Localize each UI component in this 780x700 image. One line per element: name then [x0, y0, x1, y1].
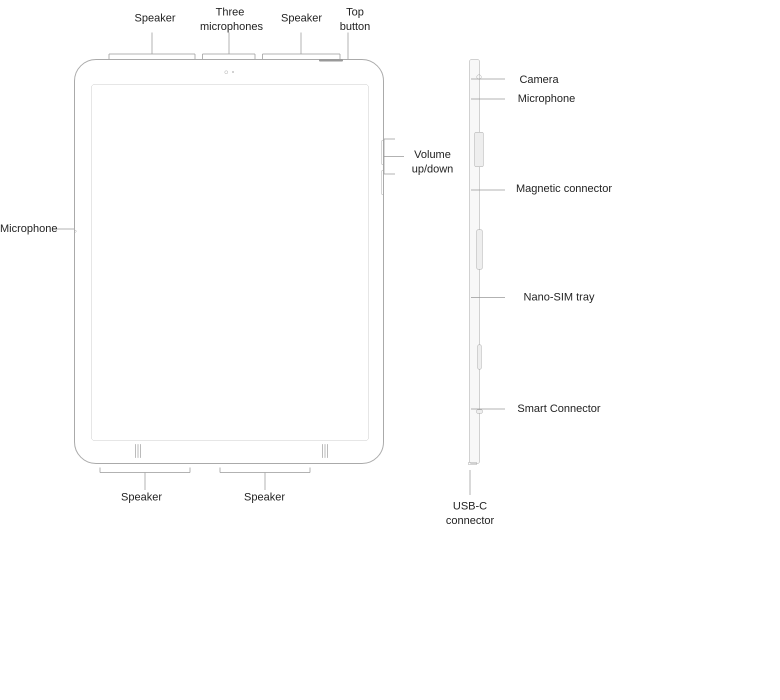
label-usbc: USB-C connector [438, 499, 502, 528]
label-top-button: Top button [330, 5, 380, 34]
left-microphone-hole [74, 230, 76, 232]
ipad-side-shell [469, 59, 480, 464]
label-speaker-top-left: Speaker [128, 11, 182, 26]
label-speaker-top-right: Speaker [274, 11, 329, 26]
ipad-shell [74, 59, 384, 464]
ipad-top-bar [75, 60, 383, 84]
ipad-side [460, 59, 485, 464]
label-speaker-bottom-right: Speaker [237, 490, 292, 504]
label-three-microphones: Three microphones [200, 5, 260, 34]
side-sim-tray [478, 344, 482, 370]
ipad-front [74, 59, 384, 464]
ipad-screen [91, 84, 369, 441]
label-magnetic-connector: Magnetic connector [509, 182, 619, 196]
side-smart-connector [476, 410, 482, 414]
side-camera [476, 74, 482, 80]
label-microphone-left: Microphone [0, 222, 55, 236]
label-microphone-side: Microphone [509, 92, 584, 106]
volume-up-button [382, 140, 384, 165]
side-usbc [468, 462, 477, 465]
diagram: Speaker Three microphones Speaker Top bu… [0, 0, 780, 700]
front-mic [232, 71, 234, 73]
speaker-bottom-left [135, 444, 136, 458]
label-smart-connector: Smart Connector [509, 402, 609, 416]
speaker-bottom-right [322, 444, 323, 458]
label-speaker-bottom-left: Speaker [114, 490, 169, 504]
label-nano-sim: Nano-SIM tray [509, 290, 609, 304]
label-volume-updown: Volume up/down [405, 148, 460, 176]
label-camera-side: Camera [509, 72, 569, 87]
side-volume-bracket [474, 132, 484, 167]
volume-down-button [382, 170, 384, 195]
front-camera [224, 70, 228, 74]
side-magnetic-connector [476, 230, 482, 270]
